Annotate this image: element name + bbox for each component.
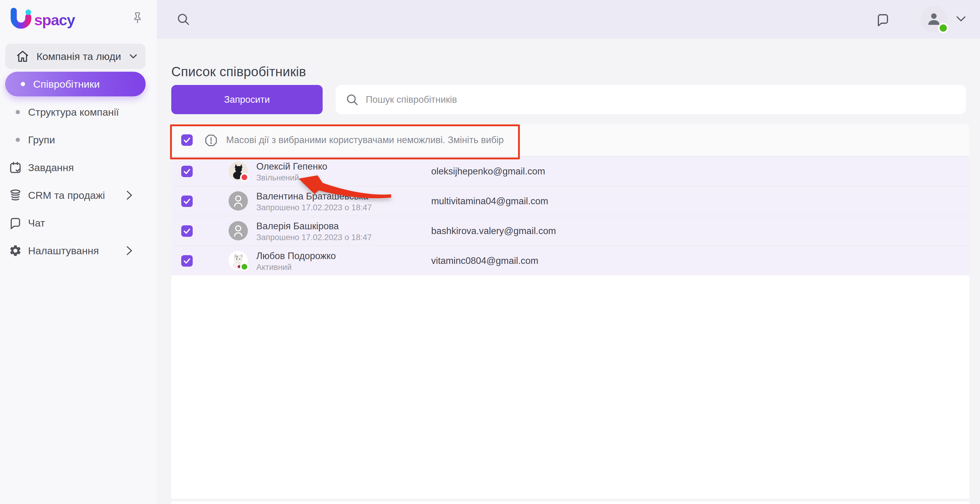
avatar-placeholder: [229, 191, 248, 211]
uspacy-employees-page: { "brand": {"name": "spacy", "letter": "…: [0, 0, 980, 504]
row-checkbox[interactable]: [181, 195, 192, 207]
sidebar-item-employees[interactable]: Співробітники: [5, 72, 146, 97]
employee-status: Звільнений: [256, 173, 299, 182]
crm-database-icon: [9, 189, 22, 202]
row-checkbox[interactable]: [181, 166, 192, 177]
employee-list-card: Масові дії з вибраними користувачами нем…: [171, 124, 969, 499]
workspace-switcher[interactable]: Компанія та люди: [5, 44, 146, 69]
pin-sidebar-icon[interactable]: [130, 11, 145, 25]
avatar-placeholder: [229, 221, 248, 240]
sidebar-item-groups[interactable]: Групи: [0, 126, 157, 154]
sidebar-item-label: Завдання: [28, 162, 74, 174]
bullet-dot-icon: [16, 110, 20, 114]
employee-name: Валерія Башкірова: [256, 221, 339, 232]
employee-rows: Олексій Гепенко Звільнений oleksijhepenk…: [171, 156, 969, 275]
sidebar-item-crm[interactable]: CRM та продажі: [0, 181, 157, 209]
chevron-right-icon: [126, 246, 133, 256]
logo-dot: [25, 10, 31, 15]
search-icon: [345, 93, 359, 107]
online-status-dot: [938, 23, 948, 33]
next-card-edge: [171, 501, 969, 504]
sidebar-item-structure[interactable]: Структура компанії: [0, 98, 157, 126]
bullet-dot-icon: [16, 138, 20, 142]
employee-name: Любов Подорожко: [256, 250, 336, 262]
employee-name: Валентина Браташевська: [256, 191, 368, 202]
employee-status: Запрошено 17.02.2023 о 18:47: [256, 203, 372, 212]
search-icon[interactable]: [176, 12, 191, 27]
avatar-black-cat: [229, 162, 248, 181]
employee-email: multivitamina04@gmail.com: [431, 187, 548, 216]
employee-email: vitaminc0804@gmail.com: [431, 246, 538, 275]
bulk-banner-message: Масові дії з вибраними користувачами нем…: [226, 124, 504, 156]
sidebar-item-tasks[interactable]: Завдання: [0, 154, 157, 181]
employee-row[interactable]: Любов Подорожко Активний vitaminc0804@gm…: [171, 246, 969, 275]
messenger-icon[interactable]: [876, 12, 890, 27]
sidebar-item-label: Групи: [28, 134, 55, 146]
account-avatar[interactable]: [921, 6, 947, 33]
employee-row[interactable]: Валентина Браташевська Запрошено 17.02.2…: [171, 186, 969, 216]
chevron-down-icon[interactable]: [956, 16, 966, 22]
presence-dot: [240, 173, 249, 182]
employee-email: bashkirova.valery@gmail.com: [431, 216, 556, 246]
bullet-dot-icon: [21, 82, 25, 86]
select-all-checkbox[interactable]: [181, 134, 192, 146]
presence-dot: [240, 262, 249, 271]
avatar-white-cat: [229, 251, 248, 270]
employee-status: Активний: [256, 263, 291, 272]
logo-wordmark: spacy: [34, 12, 75, 29]
invite-button[interactable]: Запросити: [171, 85, 323, 114]
row-checkbox[interactable]: [181, 225, 192, 237]
sidebar: spacy Компанія та люди СпівробітникиСтру…: [0, 0, 157, 504]
employee-row[interactable]: Олексій Гепенко Звільнений oleksijhepenk…: [171, 156, 969, 186]
employee-search: [336, 85, 966, 114]
page-title: Список співробітників: [171, 64, 306, 79]
search-input[interactable]: [365, 90, 966, 109]
alert-octagon-icon: [204, 134, 218, 147]
sidebar-item-label: Чат: [28, 217, 45, 229]
employee-status: Запрошено 17.02.2023 о 18:47: [256, 233, 372, 242]
tasks-calendar-icon: [9, 161, 22, 174]
chat-icon: [9, 216, 22, 230]
sidebar-item-label: Структура компанії: [28, 106, 119, 118]
settings-gear-icon: [9, 244, 22, 257]
row-checkbox[interactable]: [181, 255, 192, 266]
employee-row[interactable]: Валерія Башкірова Запрошено 17.02.2023 о…: [171, 216, 969, 246]
bulk-actions-banner: Масові дії з вибраними користувачами нем…: [171, 124, 969, 156]
chevron-right-icon: [126, 190, 133, 200]
sidebar-item-label: Співробітники: [33, 78, 100, 90]
sidebar-item-label: Налаштування: [28, 245, 99, 257]
sidebar-item-label: CRM та продажі: [28, 190, 105, 201]
topbar: [157, 0, 980, 38]
sidebar-item-chat[interactable]: Чат: [0, 209, 157, 237]
main-content: Список співробітників Запросити Масові д…: [157, 38, 980, 504]
home-icon: [16, 50, 29, 63]
workspace-switcher-label: Компанія та люди: [37, 51, 121, 62]
uspacy-logo[interactable]: spacy: [9, 8, 79, 30]
employee-email: oleksijhepenko@gmail.com: [431, 157, 545, 186]
sidebar-item-settings[interactable]: Налаштування: [0, 237, 157, 265]
employee-name: Олексій Гепенко: [256, 161, 328, 172]
sidebar-nav: СпівробітникиСтруктура компаніїГрупиЗавд…: [0, 72, 157, 265]
chevron-down-icon: [129, 54, 137, 59]
